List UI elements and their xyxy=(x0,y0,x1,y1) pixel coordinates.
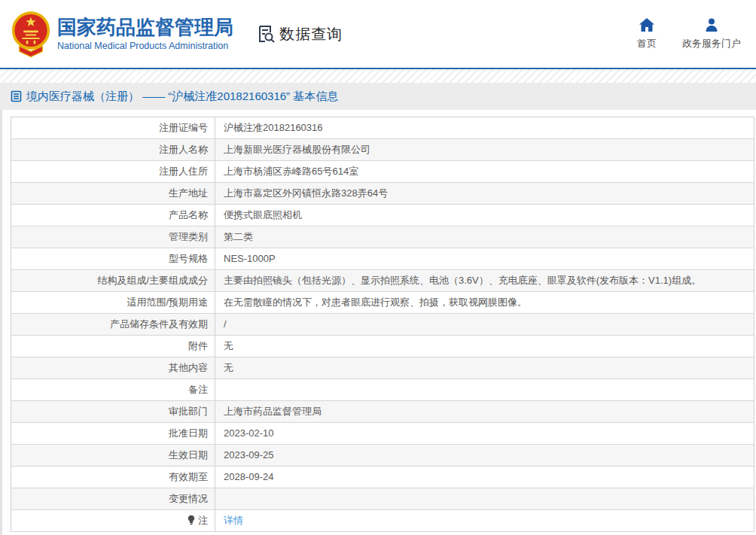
table-row: 型号规格 NES-1000P xyxy=(11,248,754,270)
row-label-text: 有效期至 xyxy=(169,471,208,482)
row-label: 型号规格 xyxy=(11,248,215,269)
table-row: 附件 无 xyxy=(11,336,754,357)
site-title: 国家药品监督管理局 xyxy=(57,17,233,39)
nav-home[interactable]: 首页 xyxy=(637,18,657,50)
row-label: 附件 xyxy=(11,336,215,357)
row-value: 上海新眼光医疗器械股份有限公司 xyxy=(215,139,754,160)
main-content: 注册证编号 沪械注准20182160316 注册人名称 上海新眼光医疗器械股份有… xyxy=(0,110,756,532)
row-label-text: 注 xyxy=(198,515,208,526)
row-label: 生产地址 xyxy=(11,183,215,204)
row-label-text: 审批部门 xyxy=(169,406,208,417)
table-row: 产品储存条件及有效期 / xyxy=(11,314,754,336)
breadcrumb-text: 境内医疗器械（注册） —— “沪械注准20182160316” 基本信息 xyxy=(26,90,338,104)
row-label-text: 适用范围/预期用途 xyxy=(127,296,208,308)
table-row: 产品名称 便携式眼底照相机 xyxy=(11,205,754,226)
row-value: 便携式眼底照相机 xyxy=(215,205,754,226)
row-label: 管理类别 xyxy=(11,226,215,248)
row-value: 详情 xyxy=(215,510,754,531)
row-label: 注册人名称 xyxy=(11,139,215,160)
row-label-text: 批准日期 xyxy=(169,427,208,439)
table-row: 注册人名称 上海新眼光医疗器械股份有限公司 xyxy=(11,139,754,161)
hatch-band xyxy=(0,69,756,83)
row-value: 上海市药品监督管理局 xyxy=(215,401,754,422)
row-value xyxy=(215,379,754,400)
nav-portal-label: 政务服务门户 xyxy=(682,37,741,50)
home-icon xyxy=(639,18,654,32)
nav-home-label: 首页 xyxy=(637,37,657,50)
row-value: 上海市嘉定区外冈镇恒永路328弄64号 xyxy=(215,183,754,204)
table-row: 结构及组成/主要组成成分 主要由拍照镜头（包括光源）、显示拍照系统、电池（3.6… xyxy=(11,270,754,292)
row-label: 注册人住所 xyxy=(11,161,215,182)
table-row: 变更情况 xyxy=(11,488,754,510)
row-label-text: 附件 xyxy=(188,340,208,351)
row-value: 无 xyxy=(215,357,754,378)
detail-link[interactable]: 详情 xyxy=(224,515,243,526)
row-label-text: 管理类别 xyxy=(169,231,208,242)
table-row: 适用范围/预期用途 在无需散瞳的情况下，对患者眼底进行观察、拍摄，获取视网膜图像… xyxy=(11,292,754,314)
list-icon xyxy=(11,90,22,102)
row-value: 2023-02-10 xyxy=(215,423,754,444)
site-header: 国家药品监督管理局 National Medical Products Admi… xyxy=(0,0,756,68)
table-row: 备注 xyxy=(11,379,754,401)
table-row: 批准日期 2023-02-10 xyxy=(11,423,754,445)
row-label-text: 其他内容 xyxy=(169,362,208,373)
bulb-icon xyxy=(187,515,196,525)
row-label: 注册证编号 xyxy=(11,117,215,138)
nav-portal[interactable]: 政务服务门户 xyxy=(682,18,741,50)
row-label-text: 变更情况 xyxy=(169,493,208,504)
row-label-text: 结构及组成/主要组成成分 xyxy=(97,275,208,286)
row-label: 有效期至 xyxy=(11,467,215,488)
national-emblem-icon xyxy=(11,10,51,58)
row-label-text: 注册人住所 xyxy=(159,166,208,177)
row-label-text: 注册证编号 xyxy=(159,122,208,133)
row-value: 2028-09-24 xyxy=(215,467,754,488)
table-row: 生效日期 2023-09-25 xyxy=(11,445,754,467)
row-value: / xyxy=(215,314,754,335)
row-value xyxy=(215,488,754,509)
row-value: 主要由拍照镜头（包括光源）、显示拍照系统、电池（3.6V）、充电底座、眼罩及软件… xyxy=(215,270,754,291)
row-value: 无 xyxy=(215,336,754,357)
data-query-section[interactable]: 数据查询 xyxy=(256,24,343,44)
row-label: 批准日期 xyxy=(11,423,215,444)
row-value: 2023-09-25 xyxy=(215,445,754,466)
row-label: 其他内容 xyxy=(11,357,215,378)
table-row: 注 详情 xyxy=(11,510,754,532)
row-value: 第二类 xyxy=(215,226,754,248)
data-query-label: 数据查询 xyxy=(279,24,343,44)
site-subtitle: National Medical Products Administration xyxy=(57,41,233,51)
row-label: 结构及组成/主要组成成分 xyxy=(11,270,215,291)
row-label: 生效日期 xyxy=(11,445,215,466)
table-row: 管理类别 第二类 xyxy=(11,226,754,248)
table-row: 注册人住所 上海市杨浦区赤峰路65号614室 xyxy=(11,161,754,183)
breadcrumb: 境内医疗器械（注册） —— “沪械注准20182160316” 基本信息 xyxy=(0,83,756,110)
row-label-text: 注册人名称 xyxy=(159,144,208,155)
row-label-text: 型号规格 xyxy=(169,253,208,264)
row-label: 审批部门 xyxy=(11,401,215,422)
row-label-text: 产品名称 xyxy=(169,209,208,220)
table-row: 注册证编号 沪械注准20182160316 xyxy=(11,117,754,139)
page: 国家药品监督管理局 National Medical Products Admi… xyxy=(0,0,756,535)
row-label: 备注 xyxy=(11,379,215,400)
row-value: NES-1000P xyxy=(215,248,754,269)
row-label-text: 生产地址 xyxy=(169,187,208,199)
info-table: 注册证编号 沪械注准20182160316 注册人名称 上海新眼光医疗器械股份有… xyxy=(11,117,754,532)
document-search-icon xyxy=(256,24,276,44)
left-edge-strip xyxy=(0,110,2,535)
row-value: 在无需散瞳的情况下，对患者眼底进行观察、拍摄，获取视网膜图像。 xyxy=(215,292,754,313)
user-icon xyxy=(704,18,719,32)
table-row: 有效期至 2028-09-24 xyxy=(11,467,754,488)
row-label: 产品名称 xyxy=(11,205,215,226)
nmpa-logo[interactable]: 国家药品监督管理局 National Medical Products Admi… xyxy=(11,10,233,58)
row-label-text: 产品储存条件及有效期 xyxy=(110,318,208,330)
table-row: 其他内容 无 xyxy=(11,357,754,379)
row-label: 注 xyxy=(11,510,215,531)
top-nav: 首页 政务服务门户 xyxy=(637,18,741,50)
row-label: 产品储存条件及有效期 xyxy=(11,314,215,335)
row-label: 适用范围/预期用途 xyxy=(11,292,215,313)
row-label: 变更情况 xyxy=(11,488,215,509)
row-value: 上海市杨浦区赤峰路65号614室 xyxy=(215,161,754,182)
table-row: 生产地址 上海市嘉定区外冈镇恒永路328弄64号 xyxy=(11,183,754,205)
row-label-text: 生效日期 xyxy=(169,449,208,461)
row-label-text: 备注 xyxy=(188,384,208,395)
row-value: 沪械注准20182160316 xyxy=(215,117,754,138)
